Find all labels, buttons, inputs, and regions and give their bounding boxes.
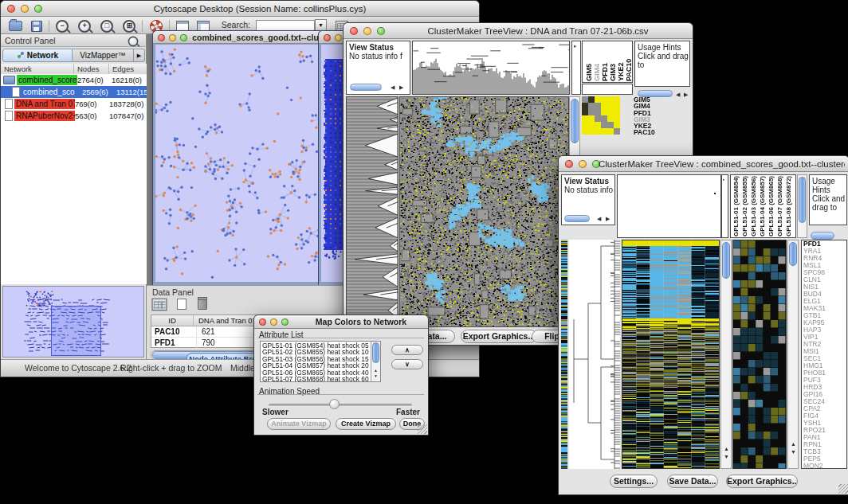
speed-slider-thumb[interactable] [329, 399, 340, 409]
minimize-button[interactable] [363, 27, 371, 35]
vscroll-thumb[interactable] [799, 177, 806, 223]
main-titlebar[interactable]: Cytoscape Desktop (Session Name: collins… [1, 1, 479, 17]
attribute-list-item[interactable]: GPL51-07 (GSM868) heat shock 60 min [262, 376, 369, 382]
tv2-export-graphics-button[interactable]: Export Graphics... [726, 475, 798, 488]
minimize-button[interactable] [21, 5, 29, 13]
tv2-row-dendrogram[interactable] [569, 240, 620, 469]
network-list-row[interactable]: DNA and Tran 07 769(0) 183728(0) [1, 98, 147, 110]
move-up-button[interactable]: ∧ [391, 345, 423, 355]
tv2-heatmap[interactable] [622, 240, 719, 468]
minimize-button[interactable] [579, 160, 587, 168]
tiny-arrow-icon[interactable]: ▸ [723, 177, 725, 182]
tv2-heatmap-panel [622, 240, 720, 469]
scroll-up-icon[interactable]: ▲ [791, 441, 796, 447]
scroll-right-icon[interactable]: ▶ [684, 92, 688, 97]
minimize-button[interactable] [169, 34, 176, 41]
table-icon[interactable] [151, 299, 167, 311]
zoom-in-icon[interactable]: + [78, 20, 91, 33]
vscroll-thumb[interactable] [722, 242, 730, 279]
animate-vizmap-button[interactable]: Animate Vizmap [267, 418, 331, 430]
control-panel: Control Panel Network VizMapper™ ▶ Netwo… [1, 34, 147, 359]
tv2-overview-strip[interactable] [561, 240, 567, 469]
zoom-button[interactable] [281, 318, 289, 326]
scroll-left-icon[interactable]: ◀ [597, 216, 601, 221]
zoom-selected-icon[interactable]: □ [100, 20, 113, 33]
scroll-down-icon[interactable]: ▼ [724, 454, 729, 459]
tv2-zoom-vscrollbar[interactable]: ▲ ▼ [787, 240, 799, 469]
tv1-status-scrollbar[interactable] [350, 84, 382, 91]
tv2-heatmap-vscrollbar[interactable]: ▲ ▼ [720, 240, 732, 469]
column-id[interactable]: ID [151, 315, 194, 326]
save-session-icon[interactable] [31, 21, 42, 32]
dialog-title: Map Colors to Network [302, 317, 420, 326]
tv1-row-dendrogram[interactable] [347, 97, 398, 326]
close-button[interactable] [350, 27, 358, 35]
tab-scroll-arrow[interactable]: ▶ [134, 49, 145, 62]
scroll-right-icon[interactable]: ▶ [399, 84, 403, 90]
minimize-button[interactable] [270, 318, 277, 326]
new-attribute-icon[interactable] [177, 299, 186, 310]
tv1-view-status: View Status No status info f ◀ ▶ [346, 41, 410, 95]
network-list: combined_scores 2764(0) 16218(0) combine… [1, 74, 147, 284]
vscroll-thumb[interactable] [372, 342, 379, 363]
birdseye-panel [2, 286, 144, 357]
tab-network[interactable]: Network [2, 49, 73, 62]
zoom-button[interactable] [34, 5, 42, 13]
dialog-titlebar[interactable]: Map Colors to Network [254, 315, 428, 329]
scroll-left-icon[interactable]: ◀ [391, 84, 395, 90]
zoom-button[interactable] [377, 27, 385, 35]
network-list-row[interactable]: combined_sco 2569(6) 13112(15) [1, 86, 147, 98]
zoom-fit-icon[interactable]: ⊞ [123, 20, 135, 33]
birdseye-view[interactable] [3, 287, 143, 357]
scroll-down-icon[interactable]: ▼ [374, 373, 378, 379]
treeview1-titlebar[interactable]: ClusterMaker TreeView : DNA and Tran 07-… [344, 23, 693, 39]
move-down-button[interactable]: ∨ [391, 359, 423, 369]
tv2-usage-scrollbar[interactable] [811, 232, 834, 240]
tv1-mini-strip: ▸ [571, 41, 581, 95]
network-view-titlebar[interactable]: combined_scores_good.txt--cluste... [153, 31, 346, 44]
tv1-export-graphics-button[interactable]: Export Graphics... [461, 330, 537, 343]
close-button[interactable] [7, 5, 15, 13]
close-button[interactable] [158, 34, 165, 41]
tv2-settings-button[interactable]: Settings... [610, 475, 658, 488]
gene-label[interactable]: MON2 [803, 463, 846, 469]
close-button[interactable] [565, 160, 573, 168]
zoom-button[interactable] [180, 34, 187, 41]
tv1-similarity-matrix[interactable] [582, 96, 620, 135]
attribute-list-scrollbar[interactable]: ▲ ▼ [371, 342, 380, 381]
vscroll-thumb[interactable] [789, 242, 797, 266]
status-center: Right-click + drag to ZOOM [120, 363, 222, 373]
speed-slider-track[interactable] [269, 404, 412, 406]
close-button[interactable] [324, 34, 331, 41]
zoom-out-icon[interactable]: − [56, 20, 69, 33]
tv1-matrix-row-labels: GIM5GIM4PFD1GIM3YKE2PAC10 [634, 96, 681, 138]
tv1-column-dendrogram[interactable] [413, 41, 569, 94]
tv2-status-scrollbar[interactable] [564, 215, 590, 222]
scroll-up-icon[interactable]: ▲ [724, 446, 729, 451]
panel-search-icon[interactable] [128, 37, 139, 47]
tv2-labels-vscrollbar[interactable] [797, 174, 807, 238]
scroll-up-icon[interactable]: ▲ [374, 368, 378, 373]
tv1-heatmap[interactable] [400, 97, 568, 326]
vscroll-thumb[interactable] [571, 99, 579, 143]
scroll-down-icon[interactable]: ▼ [791, 449, 796, 455]
network-list-row[interactable]: RNAPuberNov2+I 563(0) 107847(0) [1, 110, 147, 122]
open-file-icon[interactable] [9, 21, 22, 31]
scroll-right-icon[interactable]: ▶ [606, 216, 610, 221]
create-vizmap-button[interactable]: Create Vizmap [336, 418, 396, 430]
tv2-save-data-button[interactable]: Save Data... [667, 475, 718, 488]
resize-grip[interactable] [838, 484, 848, 494]
network-canvas[interactable] [155, 45, 342, 282]
tv2-zoom-heatmap[interactable] [733, 240, 786, 468]
treeview2-titlebar[interactable]: ClusterMaker TreeView : combined_scores_… [559, 156, 848, 172]
delete-attribute-icon[interactable] [198, 299, 207, 310]
network-list-row[interactable]: combined_scores 2764(0) 16218(0) [1, 74, 147, 86]
close-button[interactable] [259, 318, 266, 326]
tiny-arrow-icon[interactable]: ▸ [574, 43, 577, 49]
minimize-button[interactable] [335, 34, 342, 41]
tv2-column-labels-panel: GPL51-01 (GSM854)GPL51-02 (GSM855)GPL51-… [730, 174, 796, 238]
tab-vizmapper[interactable]: VizMapper™ [73, 49, 134, 62]
resize-grip[interactable] [418, 424, 427, 434]
attribute-list[interactable]: GPL51-01 (GSM854) heat shock 05 minGPL51… [260, 341, 381, 382]
tv1-column-labels-panel: GIM5GIM4PFD1GIM3YKE2PAC10 [582, 41, 633, 83]
